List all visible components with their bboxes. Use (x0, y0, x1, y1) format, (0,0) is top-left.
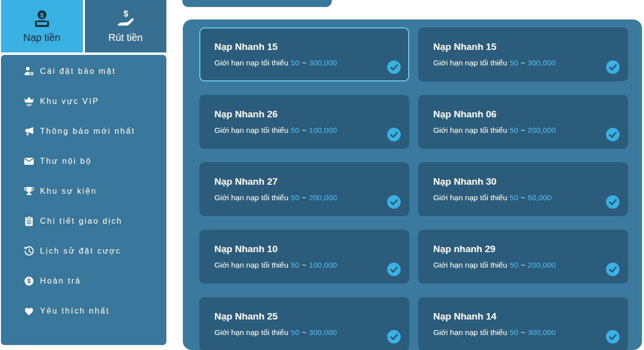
check-icon (606, 263, 620, 276)
channel-limit: Giới hạn nạp tối thiểu50~300,000 (214, 58, 393, 67)
sidebar-menu-item[interactable]: Yêu thích nhất (1, 296, 166, 326)
sidebar-menu-item[interactable]: Cài đặt bảo mật (1, 56, 166, 86)
channel-name: Nạp Nhanh 15 (214, 41, 393, 52)
channel-name: Nạp Nhanh 15 (433, 41, 612, 52)
svg-text:$: $ (40, 11, 44, 18)
user-security-icon-wrap (23, 65, 35, 77)
channel-limit: Giới hạn nạp tối thiểu50~300,000 (214, 328, 393, 337)
limit-label: Giới hạn nạp tối thiểu (433, 126, 507, 134)
sidebar-menu-item[interactable]: Thông báo mới nhất (1, 116, 166, 146)
svg-text:VIP: VIP (26, 103, 32, 107)
envelope-icon-wrap (23, 155, 35, 167)
svg-text:$: $ (27, 278, 31, 285)
deposit-channel-card[interactable]: Nạp Nhanh 25 Giới hạn nạp tối thiểu50~30… (199, 297, 409, 350)
deposit-channel-card[interactable]: Nạp Nhanh 10 Giới hạn nạp tối thiểu50~10… (199, 230, 409, 284)
limit-min: 50 (291, 261, 299, 269)
limit-max: 300,000 (309, 58, 337, 67)
sidebar-menu-item-label: Hoàn trả (40, 277, 81, 286)
vip-crown-icon: VIP (23, 96, 34, 107)
sidebar-menu-item[interactable]: Chi tiết giao dịch (1, 206, 166, 236)
channel-name: Nạp Nhanh 10 (214, 244, 393, 255)
limit-label: Giới hạn nạp tối thiểu (433, 193, 507, 202)
channel-name: Nạp Nhanh 26 (214, 109, 393, 120)
sidebar-menu-item[interactable]: Khu sự kiện (1, 176, 166, 206)
check-icon (387, 60, 401, 74)
limit-min: 50 (510, 58, 518, 67)
deposit-channels-grid: Nạp Nhanh 15 Giới hạn nạp tối thiểu50~30… (199, 27, 628, 350)
limit-label: Giới hạn nạp tối thiểu (214, 58, 288, 67)
sidebar-menu-item[interactable]: Lịch sử đặt cược (1, 236, 166, 266)
deposit-channel-card[interactable]: Nạp Nhanh 30 Giới hạn nạp tối thiểu50~50… (418, 162, 628, 216)
check-icon (387, 263, 401, 276)
sidebar-menu-item-label: Thư nội bộ (40, 157, 91, 166)
channel-limit: Giới hạn nạp tối thiểu50~200,000 (433, 126, 612, 135)
sidebar-menu-item-label: Khu vực VIP (40, 97, 99, 106)
limit-separator: ~ (302, 126, 306, 134)
tab-withdraw[interactable]: $ Rút tiền (85, 0, 167, 52)
check-icon (606, 128, 620, 141)
limit-label: Giới hạn nạp tối thiểu (214, 126, 288, 134)
sidebar: $ Nạp tiền $ Rút tiền Cài đặt bảo mật VI… (1, 0, 166, 345)
limit-max: 300,000 (528, 328, 556, 337)
deposit-channel-card[interactable]: Nạp Nhanh 06 Giới hạn nạp tối thiểu50~20… (418, 95, 628, 149)
channel-name: Nạp Nhanh 30 (433, 176, 612, 187)
channel-limit: Giới hạn nạp tối thiểu50~50,000 (433, 193, 612, 202)
user-security-icon (23, 66, 34, 77)
clipboard-icon (23, 216, 34, 227)
megaphone-icon-wrap (23, 125, 35, 137)
history-icon-wrap (23, 245, 35, 257)
sidebar-menu-item[interactable]: $ Hoàn trả (1, 266, 166, 296)
deposit-channel-card[interactable]: Nạp Nhanh 26 Giới hạn nạp tối thiểu50~10… (199, 95, 409, 149)
limit-min: 50 (510, 193, 518, 202)
limit-min: 50 (291, 58, 299, 67)
sidebar-menu-item-label: Yêu thích nhất (40, 307, 110, 316)
deposit-channel-card[interactable]: Nạp nhanh 29 Giới hạn nạp tối thiểu50~20… (418, 230, 628, 284)
sidebar-menu-item-label: Cài đặt bảo mật (40, 67, 116, 76)
deposit-channel-card[interactable]: Nạp Nhanh 27 Giới hạn nạp tối thiểu50~20… (199, 162, 409, 216)
limit-separator: ~ (521, 193, 525, 202)
channel-limit: Giới hạn nạp tối thiểu50~200,000 (214, 193, 393, 202)
deposit-channel-card[interactable]: Nạp Nhanh 15 Giới hạn nạp tối thiểu50~30… (418, 27, 628, 81)
limit-label: Giới hạn nạp tối thiểu (433, 328, 507, 337)
limit-max: 200,000 (528, 261, 556, 269)
deposit-channel-card[interactable]: Nạp Nhanh 14 Giới hạn nạp tối thiểu50~30… (418, 297, 628, 350)
sidebar-menu-item-label: Lịch sử đặt cược (40, 247, 121, 256)
active-page-tab-remnant[interactable] (182, 0, 332, 7)
limit-max: 300,000 (309, 328, 337, 337)
tab-withdraw-label: Rút tiền (108, 32, 143, 43)
coin-deposit-icon: $ (32, 9, 52, 28)
history-icon (23, 246, 34, 257)
limit-max: 100,000 (309, 126, 337, 134)
tab-deposit[interactable]: $ Nạp tiền (1, 0, 83, 52)
limit-max: 100,000 (309, 261, 337, 269)
limit-min: 50 (510, 328, 518, 337)
check-icon (387, 195, 401, 209)
limit-label: Giới hạn nạp tối thiểu (214, 328, 288, 337)
limit-separator: ~ (521, 328, 525, 337)
channel-limit: Giới hạn nạp tối thiểu50~200,000 (433, 261, 612, 270)
vip-crown-icon-wrap: VIP (23, 95, 35, 107)
limit-min: 50 (510, 126, 518, 134)
deposit-channel-card[interactable]: Nạp Nhanh 15 Giới hạn nạp tối thiểu50~30… (199, 27, 409, 81)
check-icon (606, 60, 620, 74)
channel-limit: Giới hạn nạp tối thiểu50~300,000 (433, 328, 612, 337)
sidebar-menu-item[interactable]: VIP Khu vực VIP (1, 86, 166, 116)
check-icon (606, 330, 620, 344)
check-icon (606, 195, 620, 209)
limit-label: Giới hạn nạp tối thiểu (433, 261, 507, 269)
channel-name: Nạp Nhanh 25 (214, 311, 393, 322)
limit-max: 200,000 (528, 126, 556, 134)
limit-max: 200,000 (309, 193, 337, 202)
heart-icon (23, 306, 34, 317)
sidebar-menu-item[interactable]: Thư nội bộ (1, 146, 166, 176)
channel-name: Nạp nhanh 29 (433, 244, 612, 255)
limit-max: 300,000 (528, 58, 556, 67)
limit-separator: ~ (302, 261, 306, 269)
channel-limit: Giới hạn nạp tối thiểu50~300,000 (433, 58, 612, 67)
channel-name: Nạp Nhanh 14 (433, 311, 612, 322)
clipboard-icon-wrap (23, 215, 35, 227)
limit-label: Giới hạn nạp tối thiểu (214, 193, 288, 202)
wallet-tabs: $ Nạp tiền $ Rút tiền (1, 0, 166, 52)
hand-dollar-icon: $ (115, 9, 135, 28)
check-icon (387, 330, 401, 344)
